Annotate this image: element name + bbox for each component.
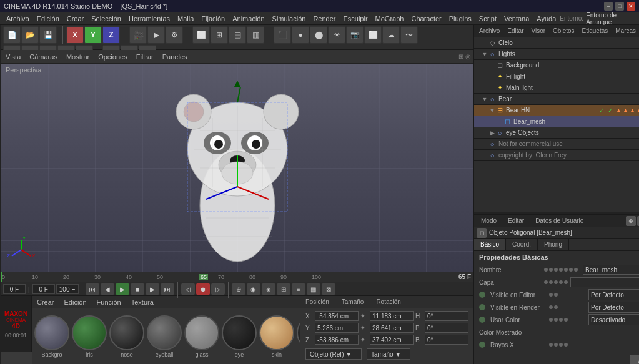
menu-crear[interactable]: Crear	[63, 14, 88, 24]
vp-menu-paneles[interactable]: Paneles	[160, 52, 190, 61]
record-all-btn[interactable]: ◉	[247, 283, 260, 295]
obj-item-mainlight[interactable]: ✦ Main light ✓ ✓	[474, 82, 639, 94]
vp-menu-vista[interactable]: Vista	[3, 52, 23, 61]
render-active-btn[interactable]: 🎥	[129, 26, 147, 44]
keyframe-next-btn[interactable]: ▷	[211, 283, 225, 295]
playback-opts-btn[interactable]: ◈	[262, 283, 275, 295]
mat-item-skin[interactable]: skin	[259, 315, 294, 358]
vp-menu-opciones[interactable]: Opciones	[96, 52, 129, 61]
h-rot-input[interactable]	[425, 311, 468, 321]
vp-menu-camaras[interactable]: Cámaras	[27, 52, 60, 61]
prop-nombre-input[interactable]	[583, 265, 639, 275]
apply-button[interactable]: Aplicar	[630, 355, 639, 364]
menu-seleccion[interactable]: Selección	[87, 14, 125, 24]
menu-fijacion[interactable]: Fijación	[197, 14, 229, 24]
goto-start-btn[interactable]: ⏮	[86, 283, 99, 295]
mat-item-eyeball[interactable]: eyeball	[147, 315, 182, 358]
menu-ayuda[interactable]: Ayuda	[533, 14, 560, 24]
floor-btn[interactable]: ⬜	[364, 26, 382, 44]
menu-plugins[interactable]: Plugins	[445, 14, 475, 24]
x-pos-input[interactable]	[315, 311, 359, 321]
view-1-btn[interactable]: ⬜	[192, 26, 210, 44]
props-mode-editar[interactable]: Editar	[503, 216, 528, 225]
minimize-button[interactable]: –	[604, 2, 613, 11]
props-tab-basico[interactable]: Básico	[474, 239, 506, 250]
obj-item-lights[interactable]: ▼ ○ Lights ✓ ✓	[474, 49, 639, 60]
props-tab-coord[interactable]: Coord.	[506, 239, 538, 250]
new-button[interactable]: 📄	[3, 26, 21, 44]
coord-x-btn[interactable]: X	[66, 26, 84, 44]
render-all-btn[interactable]: ▶	[147, 26, 165, 44]
prev-frame-btn[interactable]: ◀	[101, 283, 114, 295]
stop-btn[interactable]: ■	[131, 283, 144, 295]
view-top-btn[interactable]: ▤	[229, 26, 246, 44]
vp-menu-filtrar[interactable]: Filtrar	[134, 52, 156, 61]
animation-layer-btn[interactable]: ▦	[307, 283, 320, 295]
obj-objetos-btn[interactable]: Objetos	[550, 27, 577, 35]
close-button[interactable]: ✕	[627, 2, 635, 11]
obj-item-bear[interactable]: ▼ ○ Bear ✓ ✓	[474, 94, 639, 105]
expand-bear[interactable]: ▼	[482, 96, 488, 102]
sky-btn[interactable]: ☁	[382, 26, 400, 44]
z-pos-input[interactable]	[315, 335, 359, 345]
mat-item-iris[interactable]: iris	[72, 315, 107, 358]
timeline-playhead[interactable]	[1, 272, 2, 282]
mat-menu-textura[interactable]: Textura	[129, 298, 156, 307]
spline-btn[interactable]: 〜	[400, 26, 418, 44]
menu-character[interactable]: Character	[407, 14, 445, 24]
cylinder-btn[interactable]: ⬤	[310, 26, 327, 44]
extra-btn[interactable]: ⊠	[322, 283, 335, 295]
view-side-btn[interactable]: ▥	[247, 26, 264, 44]
prop-vis-render-dropdown[interactable]: Por Defecto ▼	[588, 302, 639, 313]
prop-vis-editor-dropdown[interactable]: Por Defecto ▼	[588, 289, 639, 300]
viewport[interactable]: Perspectiva Y X Z	[1, 64, 473, 272]
obj-item-filllight[interactable]: ✦ Filllight ✓ ✓	[474, 71, 639, 82]
obj-etiquetas-btn[interactable]: Etiquetas	[580, 27, 611, 35]
fps-display[interactable]: 100 F	[56, 284, 79, 294]
obj-item-background[interactable]: ◻ Background ✓ ✓	[474, 60, 639, 71]
menu-mograph[interactable]: MoGraph	[372, 14, 408, 24]
obj-editar-btn[interactable]: Editar	[505, 27, 526, 35]
y-pos-input[interactable]	[315, 323, 359, 333]
render-settings-btn[interactable]: ⚙	[166, 26, 183, 44]
motion-btn[interactable]: ≡	[292, 283, 305, 295]
motion-track-btn[interactable]: ⊕	[232, 283, 245, 295]
light-btn[interactable]: ☀	[328, 26, 345, 44]
obj-item-cielo[interactable]: ◇ Cielo ● ●	[474, 37, 639, 49]
menu-herramientas[interactable]: Herramientas	[125, 14, 174, 24]
goto-end-btn[interactable]: ⏭	[161, 283, 174, 295]
menu-render[interactable]: Render	[309, 14, 339, 24]
view-4-btn[interactable]: ⊞	[211, 26, 228, 44]
obj-item-notcommercial[interactable]: ○ Not for commercial use ● ●	[474, 139, 639, 150]
props-icon1[interactable]: ⊕	[626, 216, 636, 226]
size-x-input[interactable]	[370, 311, 414, 321]
props-mode-datos[interactable]: Datos de Usuario	[531, 216, 588, 225]
mat-item-nose[interactable]: nose	[109, 315, 144, 358]
frame-field[interactable]: 0 F	[32, 284, 55, 294]
props-mode-modo[interactable]: Modo	[477, 216, 501, 225]
play-btn[interactable]: ▶	[116, 283, 129, 295]
menu-edicion[interactable]: Edición	[33, 14, 63, 24]
mat-menu-edicion[interactable]: Edición	[62, 298, 89, 307]
menu-animacion[interactable]: Animación	[229, 14, 268, 24]
obj-visor-btn[interactable]: Visor	[528, 27, 548, 35]
save-button[interactable]: 💾	[39, 26, 57, 44]
coord-z-btn[interactable]: Z	[102, 26, 120, 44]
b-rot-input[interactable]	[425, 335, 468, 345]
next-frame-btn[interactable]: ▶	[146, 283, 159, 295]
object-ref-dropdown[interactable]: Objeto (Ref) ▼	[305, 348, 362, 360]
p-rot-input[interactable]	[425, 323, 468, 333]
expand-bearhn[interactable]: ▼	[489, 107, 495, 114]
maximize-button[interactable]: □	[615, 2, 624, 11]
menu-script[interactable]: Script	[475, 14, 500, 24]
props-tab-phong[interactable]: Phong	[538, 239, 569, 250]
open-button[interactable]: 📂	[21, 26, 39, 44]
size-z-input[interactable]	[370, 335, 414, 345]
coord-y-btn[interactable]: Y	[84, 26, 102, 44]
keyframe-prev-btn[interactable]: ◁	[181, 283, 195, 295]
menu-simulacion[interactable]: Simulación	[269, 14, 310, 24]
cube-btn[interactable]: ⬛	[274, 26, 291, 44]
sphere-btn[interactable]: ●	[292, 26, 309, 44]
menu-archivo[interactable]: Archivo	[2, 14, 33, 24]
hn-vis-render[interactable]: ✓	[606, 106, 615, 115]
